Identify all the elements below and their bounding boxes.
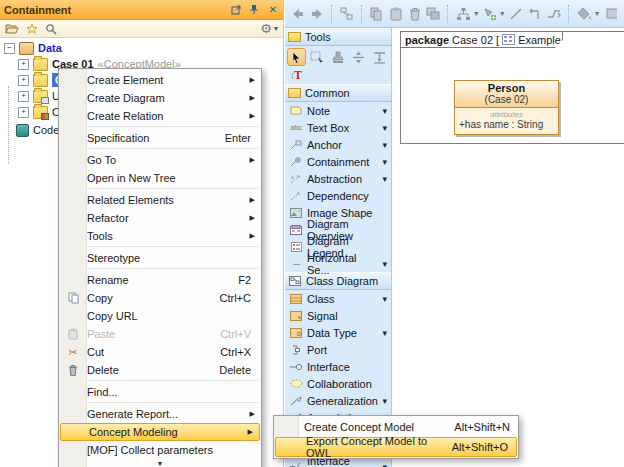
open-folder-icon[interactable] bbox=[5, 23, 19, 34]
dropdown-icon[interactable]: ▾ bbox=[382, 140, 387, 150]
draw-polyline-icon[interactable] bbox=[547, 6, 561, 22]
palette-item-signal[interactable]: sSignal bbox=[285, 307, 391, 324]
dropdown-icon[interactable]: ▾ bbox=[382, 106, 387, 116]
fill-caret-icon[interactable]: ▾ bbox=[595, 9, 599, 18]
palette-item-generalization[interactable]: Generalization▾ bbox=[285, 392, 391, 409]
layout-caret-icon[interactable]: ▾ bbox=[474, 9, 478, 18]
collapse-icon[interactable]: − bbox=[4, 43, 15, 54]
diagram-canvas[interactable]: package Case 02 [ Example 02 ] Person (C… bbox=[392, 28, 624, 467]
expand-icon[interactable]: + bbox=[18, 107, 29, 118]
float-window-icon[interactable] bbox=[231, 4, 243, 16]
menu-item-refactor[interactable]: Refactor▶ bbox=[59, 209, 261, 227]
layout-tree-icon[interactable] bbox=[456, 6, 471, 22]
menu-item-create-element[interactable]: Create Element▶ bbox=[59, 71, 261, 89]
related-elements-icon[interactable] bbox=[340, 6, 354, 22]
dropdown-icon[interactable]: ▾ bbox=[382, 294, 387, 304]
class-name: Person bbox=[455, 82, 558, 94]
menu-item-delete[interactable]: DeleteDelete bbox=[59, 361, 261, 379]
palette-item-text-box[interactable]: abcText Box▾ bbox=[285, 119, 391, 136]
palette-section-tools[interactable]: Tools bbox=[285, 28, 391, 46]
menu-item-concept-modeling[interactable]: Concept Modeling▶ bbox=[60, 423, 260, 441]
menu-item-create-diagram[interactable]: Create Diagram▶ bbox=[59, 89, 261, 107]
folder-icon bbox=[33, 74, 48, 87]
menu-scroll-down-icon[interactable]: ▼ bbox=[59, 459, 261, 467]
menu-item-related-elements[interactable]: Related Elements▶ bbox=[59, 191, 261, 209]
dropdown-icon[interactable]: ▾ bbox=[382, 328, 387, 338]
search-icon[interactable] bbox=[45, 23, 57, 35]
palette-item-port[interactable]: Port bbox=[285, 341, 391, 358]
palette-item-abstraction[interactable]: AAbstraction▾ bbox=[285, 170, 391, 187]
menu-item-find[interactable]: Find... bbox=[59, 383, 261, 401]
submenu-item-create-concept-model[interactable]: Create Concept Model Alt+Shift+N bbox=[274, 417, 518, 437]
palette-section-class-diagram[interactable]: Class Diagram bbox=[285, 272, 391, 290]
settings-gear-icon[interactable]: ⚙ bbox=[260, 21, 272, 36]
menu-item-open-in-new-tree[interactable]: Open in New Tree bbox=[59, 169, 261, 187]
text-tool[interactable]: ıT bbox=[287, 66, 306, 84]
partial-icon[interactable] bbox=[604, 6, 618, 22]
vertical-align-tool[interactable] bbox=[349, 48, 368, 66]
forward-icon[interactable] bbox=[310, 6, 324, 22]
palette-item-note[interactable]: Note▾ bbox=[285, 102, 391, 119]
tree-item-data[interactable]: − Data bbox=[4, 40, 62, 56]
submenu-arrow-icon: ▶ bbox=[247, 196, 255, 204]
palette-item-collaboration[interactable]: Collaboration bbox=[285, 375, 391, 392]
palette-item-dependency[interactable]: Dependency bbox=[285, 187, 391, 204]
dropdown-icon[interactable]: ▾ bbox=[382, 157, 387, 167]
paste-icon[interactable] bbox=[389, 6, 403, 22]
menu-item-mof-collect-parameters[interactable]: [MOF] Collect parameters bbox=[59, 441, 261, 459]
copy-icon[interactable] bbox=[370, 6, 384, 22]
expand-icon[interactable]: + bbox=[18, 91, 29, 102]
clone-icon[interactable] bbox=[426, 6, 440, 22]
close-icon[interactable]: ✕ bbox=[267, 4, 279, 16]
delete-icon[interactable] bbox=[408, 6, 422, 22]
class-icon bbox=[289, 294, 303, 304]
multiple-selection-tool[interactable] bbox=[308, 48, 327, 66]
dropdown-icon[interactable]: ▾ bbox=[382, 259, 387, 269]
add-shape-icon[interactable] bbox=[483, 6, 497, 22]
swimlane-adjust-tool[interactable] bbox=[370, 48, 389, 66]
draw-line-icon[interactable] bbox=[509, 6, 523, 22]
draw-corner-line-icon[interactable] bbox=[528, 6, 542, 22]
menu-item-specification[interactable]: SpecificationEnter bbox=[59, 129, 261, 147]
palette-item-anchor[interactable]: Anchor▾ bbox=[285, 136, 391, 153]
selection-tool[interactable] bbox=[287, 48, 306, 66]
fill-color-icon[interactable] bbox=[577, 6, 592, 22]
diagram-name: Example 02 ] bbox=[518, 34, 582, 46]
menu-item-create-relation[interactable]: Create Relation▶ bbox=[59, 107, 261, 125]
class-person[interactable]: Person (Case 02) attributes +has name : … bbox=[454, 80, 559, 135]
settings-caret-icon[interactable]: ▾ bbox=[274, 24, 278, 33]
sticky-tool[interactable] bbox=[329, 48, 348, 66]
palette-item-class[interactable]: Class▾ bbox=[285, 290, 391, 307]
menu-item-go-to[interactable]: Go To▶ bbox=[59, 151, 261, 169]
back-icon[interactable] bbox=[291, 6, 305, 22]
menu-item-cut[interactable]: ✂CutCtrl+X bbox=[59, 343, 261, 361]
menu-item-copy[interactable]: CopyCtrl+C bbox=[59, 289, 261, 307]
palette-section-common[interactable]: Common bbox=[285, 84, 391, 102]
menu-item-tools[interactable]: Tools▶ bbox=[59, 227, 261, 245]
dropdown-icon[interactable]: ▾ bbox=[382, 462, 387, 467]
palette-item-data-type[interactable]: DData Type▾ bbox=[285, 324, 391, 341]
dropdown-icon[interactable]: ▾ bbox=[382, 123, 387, 133]
class-diagram-icon bbox=[288, 276, 302, 286]
palette-item-interface-realization[interactable]: Interface Rea...▾ bbox=[285, 458, 391, 467]
add-shape-caret-icon[interactable]: ▾ bbox=[500, 9, 504, 18]
toolbar-separator bbox=[331, 5, 333, 23]
menu-item-generate-report[interactable]: Generate Report...▶ bbox=[59, 405, 261, 423]
menu-item-copy-url[interactable]: Copy URL bbox=[59, 307, 261, 325]
menu-item-stereotype[interactable]: Stereotype bbox=[59, 249, 261, 267]
submenu-item-export-concept-model-to-owl[interactable]: Export Concept Model to OWL Alt+Shift+O bbox=[275, 437, 517, 457]
copy-icon bbox=[59, 292, 87, 304]
palette-item-horizontal-separator[interactable]: ----Horizontal Se...▾ bbox=[285, 255, 391, 272]
dropdown-icon[interactable]: ▾ bbox=[382, 396, 387, 406]
palette-item-containment[interactable]: Containment▾ bbox=[285, 153, 391, 170]
tree-guide-line bbox=[8, 86, 9, 164]
expand-icon[interactable]: + bbox=[18, 75, 29, 86]
palette-item-interface[interactable]: Interface bbox=[285, 358, 391, 375]
expand-icon[interactable]: + bbox=[18, 59, 29, 70]
pin-icon[interactable] bbox=[249, 4, 261, 16]
dropdown-icon[interactable]: ▾ bbox=[382, 174, 387, 184]
menu-item-rename[interactable]: RenameF2 bbox=[59, 271, 261, 289]
diagram-palette: Tools ıT Common Note▾ abcText Box▾ bbox=[285, 28, 392, 467]
toolbar-separator bbox=[361, 5, 363, 23]
favorites-star-icon[interactable] bbox=[26, 23, 38, 35]
